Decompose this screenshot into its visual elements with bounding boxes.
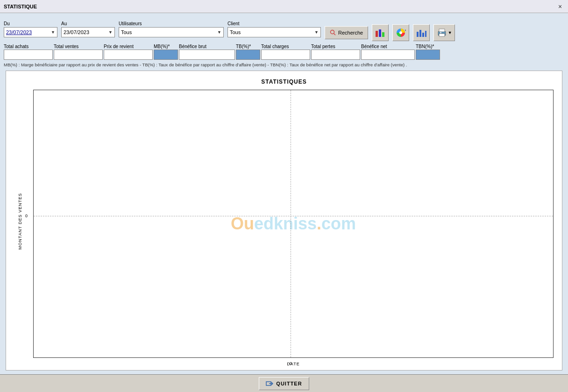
total-pertes-input[interactable] xyxy=(311,50,360,60)
benefice-net-input[interactable] xyxy=(361,50,415,60)
piechart-btn-group: ✕ xyxy=(392,17,409,41)
svg-rect-9 xyxy=(419,30,421,37)
svg-rect-11 xyxy=(425,31,426,37)
svg-line-1 xyxy=(334,34,336,36)
magnifier-icon xyxy=(330,29,336,36)
benefice-net-label: Bénéfice net xyxy=(361,44,415,49)
watermark: Ouedkniss.com xyxy=(231,214,356,234)
total-ventes-input[interactable] xyxy=(54,50,103,60)
du-field-group: Du 23/07/2023 ▼ xyxy=(4,21,57,37)
pie-chart-button[interactable]: ✕ xyxy=(392,24,409,41)
mb-value xyxy=(154,50,178,60)
watermark-ed: ed xyxy=(254,214,274,233)
client-dropdown-arrow[interactable]: ▼ xyxy=(314,30,319,35)
watermark-ou: Ou xyxy=(231,214,254,233)
utilisateurs-value: Tous xyxy=(121,29,216,35)
total-charges-input[interactable] xyxy=(261,50,310,60)
client-combo[interactable]: Tous ▼ xyxy=(227,27,321,37)
info-text: MB(%) : Marge bénéficiaire par rapport a… xyxy=(4,62,564,68)
du-dropdown-arrow[interactable]: ▼ xyxy=(51,30,55,35)
chart-plot: Ouedkniss.com 0 0 xyxy=(33,90,554,358)
bar-chart-color-icon xyxy=(375,28,385,37)
svg-rect-15 xyxy=(440,32,441,33)
x-axis-label: DATE xyxy=(33,362,554,366)
total-pertes-label: Total pertes xyxy=(311,44,360,49)
recherche-button[interactable]: Recherche xyxy=(325,26,368,39)
svg-rect-3 xyxy=(379,29,381,37)
stats-row: Total achats Total ventes Prix de revien… xyxy=(4,44,564,60)
prix-revient-label: Prix de revient xyxy=(104,44,153,49)
prix-revient-input[interactable] xyxy=(104,50,153,60)
title-bar: STATISTIQUE × xyxy=(0,0,568,13)
mb-group: MB(%)* xyxy=(154,44,178,60)
svg-rect-8 xyxy=(417,32,419,37)
recherche-label: Recherche xyxy=(338,30,363,36)
print-button[interactable]: ▼ xyxy=(433,24,455,41)
taskbar: QUITTER xyxy=(0,374,568,392)
total-achats-label: Total achats xyxy=(4,44,53,49)
line-chart-button[interactable] xyxy=(413,24,430,41)
tbn-group: TBN(%)* xyxy=(416,44,440,60)
close-button[interactable]: × xyxy=(556,2,564,11)
client-value: Tous xyxy=(230,29,313,35)
prix-revient-group: Prix de revient xyxy=(104,44,153,60)
y-axis-zero: 0 xyxy=(25,214,28,218)
total-charges-label: Total charges xyxy=(261,44,310,49)
x-axis-zero: 0 xyxy=(290,361,292,366)
tb-value xyxy=(236,50,260,60)
pie-chart-icon: ✕ xyxy=(396,28,406,38)
total-ventes-group: Total ventes xyxy=(54,44,103,60)
benefice-brut-group: Bénéfice brut xyxy=(179,44,235,60)
exit-icon xyxy=(266,380,273,387)
watermark-com: com xyxy=(321,214,356,233)
benefice-brut-label: Bénéfice brut xyxy=(179,44,235,49)
tbn-label: TBN(%)* xyxy=(416,44,440,49)
total-charges-group: Total charges xyxy=(261,44,310,60)
toolbar: Du 23/07/2023 ▼ Au 23/07/2023 ▼ Utilisat… xyxy=(4,17,564,41)
svg-point-0 xyxy=(331,30,334,34)
bar-chart-button[interactable] xyxy=(372,24,389,41)
utilisateurs-combo[interactable]: Tous ▼ xyxy=(119,27,224,37)
tb-group: TB(%)* xyxy=(236,44,260,60)
tb-label: TB(%)* xyxy=(236,44,260,49)
total-pertes-group: Total pertes xyxy=(311,44,360,60)
dashed-line-v xyxy=(291,90,291,357)
total-achats-input[interactable] xyxy=(4,50,53,60)
print-btn-group: ▼ xyxy=(433,17,455,41)
svg-rect-13 xyxy=(439,29,445,32)
linechart-btn-group xyxy=(413,17,430,41)
benefice-brut-input[interactable] xyxy=(179,50,235,60)
tbn-value xyxy=(416,50,440,60)
watermark-kniss: kniss xyxy=(274,214,317,233)
du-date-value: 23/07/2023 xyxy=(6,29,50,35)
utilisateurs-label: Utilisateurs xyxy=(119,21,224,26)
svg-rect-2 xyxy=(376,31,378,37)
dashed-line-h xyxy=(34,216,553,216)
au-date-value: 23/07/2023 xyxy=(64,29,107,35)
y-axis-label: MONTANT DES VENTES xyxy=(18,193,22,249)
quitter-label: QUITTER xyxy=(276,381,302,386)
total-ventes-label: Total ventes xyxy=(54,44,103,49)
au-date-input[interactable]: 23/07/2023 ▼ xyxy=(61,27,115,37)
watermark-dot: . xyxy=(317,214,321,233)
mb-label: MB(%)* xyxy=(154,44,178,49)
client-label: Client xyxy=(227,21,321,26)
utilisateurs-dropdown-arrow[interactable]: ▼ xyxy=(217,30,221,35)
total-achats-group: Total achats xyxy=(4,44,53,60)
printer-icon xyxy=(437,28,447,37)
recherche-field-group: Recherche xyxy=(325,19,368,39)
du-date-input[interactable]: 23/07/2023 ▼ xyxy=(4,27,57,37)
du-label: Du xyxy=(4,21,57,26)
chart-area: MONTANT DES VENTES Ouedkniss.com 0 0 DAT… xyxy=(10,90,558,366)
main-window: Du 23/07/2023 ▼ Au 23/07/2023 ▼ Utilisat… xyxy=(0,13,568,374)
quitter-button[interactable]: QUITTER xyxy=(259,377,309,390)
svg-rect-14 xyxy=(439,34,445,36)
benefice-net-group: Bénéfice net xyxy=(361,44,415,60)
chart-container: STATISTIQUES MONTANT DES VENTES Ouedknis… xyxy=(6,71,562,371)
svg-point-6 xyxy=(399,31,402,34)
au-label: Au xyxy=(61,21,115,26)
print-dropdown-arrow[interactable]: ▼ xyxy=(448,30,452,35)
au-dropdown-arrow[interactable]: ▼ xyxy=(108,30,113,35)
line-chart-icon xyxy=(416,28,426,37)
utilisateurs-field-group: Utilisateurs Tous ▼ xyxy=(119,21,224,37)
